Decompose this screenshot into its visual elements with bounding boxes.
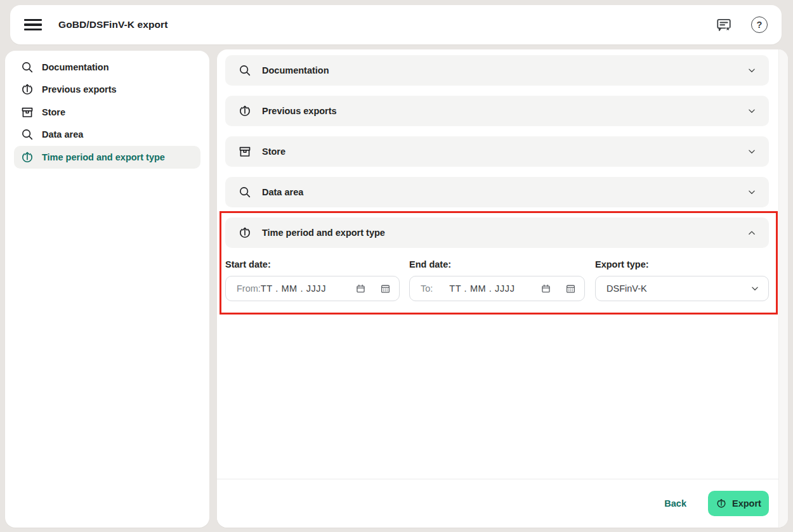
accordion-previous-exports[interactable]: Previous exports [225, 96, 769, 126]
chevron-down-icon[interactable] [746, 105, 757, 117]
sidebar-item-label: Store [42, 107, 65, 117]
help-icon[interactable]: ? [751, 16, 768, 33]
search-icon [20, 60, 34, 74]
page-title: GoBD/DSFinV-K export [58, 19, 168, 30]
accordion-label: Time period and export type [262, 228, 385, 238]
upload-icon [238, 104, 252, 118]
scrollbar-track[interactable] [778, 49, 788, 528]
accordion-data-area[interactable]: Data area [225, 177, 769, 207]
export-button[interactable]: Export [708, 491, 769, 516]
top-bar: GoBD/DSFinV-K export ? [10, 5, 782, 44]
export-type-select[interactable]: DSFinV-K [595, 276, 769, 301]
end-date-label: End date: [409, 259, 585, 269]
time-period-form: Start date: From: TT . MM . JJJJ End dat… [225, 259, 769, 301]
accordion-list: Documentation Previous exports Store Dat… [225, 55, 769, 248]
search-icon [20, 127, 34, 141]
start-date-group: Start date: From: TT . MM . JJJJ [225, 259, 400, 301]
accordion-store[interactable]: Store [225, 136, 769, 167]
accordion-time-period-and-export-type[interactable]: Time period and export type [225, 217, 769, 248]
calendar-grid-icon[interactable] [379, 283, 391, 295]
chevron-down-icon[interactable] [746, 65, 757, 76]
accordion-label: Data area [262, 187, 303, 197]
chevron-down-icon[interactable] [746, 186, 757, 198]
topbar-actions: ? [716, 16, 768, 33]
accordion-label: Documentation [262, 65, 329, 75]
sidebar-item-data-area[interactable]: Data area [14, 124, 200, 146]
start-date-prefix: From: [237, 283, 261, 294]
calendar-icon[interactable] [540, 283, 552, 295]
start-date-input[interactable]: From: TT . MM . JJJJ [225, 276, 400, 301]
end-date-group: End date: To: TT . MM . JJJJ [409, 259, 585, 301]
menu-icon[interactable] [24, 19, 42, 30]
back-button[interactable]: Back [664, 498, 686, 509]
end-date-placeholder: TT . MM . JJJJ [449, 283, 514, 294]
store-icon [238, 145, 252, 159]
sidebar-item-documentation[interactable]: Documentation [14, 56, 200, 79]
sidebar-item-label: Previous exports [42, 84, 117, 94]
sidebar-item-store[interactable]: Store [14, 101, 200, 124]
calendar-icon[interactable] [355, 283, 367, 295]
start-date-placeholder: TT . MM . JJJJ [261, 283, 326, 294]
sidebar-item-previous-exports[interactable]: Previous exports [14, 79, 200, 101]
upload-icon [20, 150, 34, 164]
export-type-group: Export type: DSFinV-K [595, 259, 769, 301]
export-button-label: Export [732, 498, 761, 509]
calendar-grid-icon[interactable] [565, 283, 577, 295]
sidebar-item-label: Data area [42, 129, 83, 139]
sidebar-item-time-period-and-export-type[interactable]: Time period and export type [14, 146, 200, 169]
store-icon [20, 105, 34, 119]
accordion-label: Store [262, 146, 285, 157]
upload-icon [716, 498, 727, 509]
sidebar: Documentation Previous exports Store Dat… [5, 51, 209, 528]
upload-icon [20, 82, 34, 96]
chevron-up-icon[interactable] [746, 227, 757, 238]
chevron-down-icon [749, 283, 761, 294]
main-content: Documentation Previous exports Store Dat… [217, 49, 788, 528]
search-icon [238, 63, 252, 77]
accordion-label: Previous exports [262, 106, 337, 116]
end-date-prefix: To: [421, 283, 433, 294]
footer-bar: Back Export [217, 479, 779, 528]
feedback-icon[interactable] [716, 16, 732, 33]
chevron-down-icon[interactable] [746, 146, 757, 157]
start-date-label: Start date: [225, 259, 400, 269]
sidebar-item-label: Documentation [42, 62, 109, 72]
accordion-documentation[interactable]: Documentation [225, 55, 769, 86]
export-type-value: DSFinV-K [606, 283, 647, 294]
upload-icon [238, 226, 252, 240]
export-type-label: Export type: [595, 259, 769, 269]
end-date-input[interactable]: To: TT . MM . JJJJ [409, 276, 585, 301]
search-icon [238, 185, 252, 199]
sidebar-item-label: Time period and export type [42, 152, 165, 162]
